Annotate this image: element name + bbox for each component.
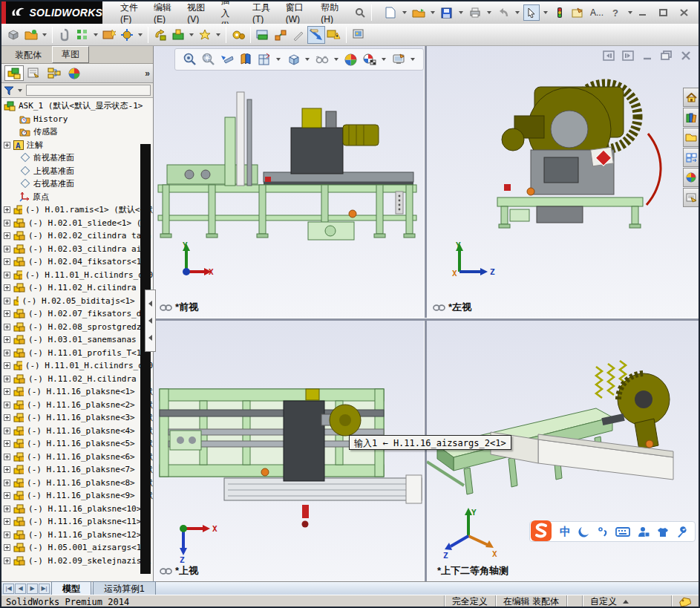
expand-toggle[interactable] bbox=[4, 402, 10, 408]
smart-fasteners-icon[interactable] bbox=[100, 26, 118, 44]
tree-component-row[interactable]: (-) H.02.07_fiksators_d22 bbox=[1, 307, 153, 321]
reference-geometry-icon[interactable] bbox=[196, 26, 214, 44]
status-tag-icon[interactable] bbox=[671, 595, 699, 608]
tab-model[interactable]: 模型 bbox=[51, 581, 91, 596]
viewport-isometric[interactable]: Y X Z *上下二等角轴测 bbox=[427, 321, 699, 581]
expand-toggle[interactable] bbox=[4, 232, 10, 239]
expand-toggle[interactable] bbox=[4, 284, 10, 291]
linear-component-pattern-icon[interactable] bbox=[73, 26, 91, 44]
viewport-horizontal-splitter[interactable] bbox=[154, 318, 699, 321]
tree-component-row[interactable]: (-) H.02.08_sprostgredzen bbox=[1, 321, 153, 334]
select-cursor-icon[interactable] bbox=[523, 4, 540, 21]
tree-component-row[interactable]: (-) H.02.01_sliede<1> (默 bbox=[1, 217, 153, 230]
moon-icon[interactable] bbox=[578, 526, 590, 537]
appearances-icon[interactable] bbox=[683, 168, 699, 187]
expand-toggle[interactable] bbox=[4, 466, 10, 473]
expand-toggle[interactable] bbox=[4, 518, 10, 525]
zoom-to-fit-icon[interactable] bbox=[181, 51, 198, 68]
custom-properties-icon[interactable] bbox=[683, 188, 699, 207]
next-pane-icon[interactable] bbox=[621, 50, 635, 61]
new-document-icon[interactable] bbox=[382, 4, 399, 21]
assembly-features-icon[interactable] bbox=[169, 26, 187, 44]
tree-top-plane-row[interactable]: 上视基准面 bbox=[1, 165, 153, 178]
expand-toggle[interactable] bbox=[4, 272, 10, 278]
open-icon[interactable] bbox=[410, 4, 427, 21]
tree-component-row[interactable]: (-) H.11.01_H.cilindrs_d50 bbox=[1, 269, 153, 282]
tree-component-row[interactable]: (-) H.11.16_plaksne<2> (默 bbox=[1, 399, 153, 412]
pane-overflow-chevron[interactable]: » bbox=[145, 68, 150, 79]
photoview-icon[interactable] bbox=[350, 26, 367, 44]
zoom-to-area-icon[interactable] bbox=[200, 51, 217, 68]
tree-component-row[interactable]: (-) H.11.16_plaksne<10> ( bbox=[1, 503, 153, 516]
tree-component-row[interactable]: (-) H.11.16_plaksne<6> (默 bbox=[1, 451, 153, 464]
tree-component-row[interactable]: (-) H.03.01_sanemsanas si bbox=[1, 333, 153, 347]
insert-component-icon[interactable] bbox=[4, 26, 22, 44]
expand-toggle[interactable] bbox=[4, 246, 10, 252]
keyboard-icon[interactable] bbox=[615, 526, 630, 537]
bill-of-materials-icon[interactable] bbox=[254, 26, 272, 44]
section-view-icon[interactable] bbox=[237, 51, 254, 68]
next-tab-icon[interactable]: ▶ bbox=[27, 584, 38, 594]
tree-component-row[interactable]: (-) H.11.16_plaksne<5> (默 bbox=[1, 437, 153, 451]
configurationmanager-icon[interactable] bbox=[45, 65, 64, 81]
tree-right-plane-row[interactable]: 右视基准面 bbox=[1, 177, 153, 191]
tree-component-row[interactable]: (-) H.11.16_plaksne<3> (默 bbox=[1, 411, 153, 425]
view-orientation-icon[interactable] bbox=[255, 51, 272, 68]
expand-toggle[interactable] bbox=[4, 388, 10, 395]
tree-component-row[interactable]: (-) H.11.16_plaksne<12> ( bbox=[1, 529, 153, 542]
tab-sketch[interactable]: 草图 bbox=[52, 46, 89, 63]
expand-toggle[interactable] bbox=[4, 298, 10, 304]
prev-tab-icon[interactable]: ◀ bbox=[15, 584, 26, 594]
exploded-view-icon[interactable] bbox=[272, 26, 290, 44]
expand-toggle[interactable] bbox=[4, 336, 10, 343]
expand-toggle[interactable] bbox=[4, 220, 10, 226]
tree-annotations-row[interactable]: A 注解 bbox=[1, 139, 153, 152]
rotate-component-icon[interactable] bbox=[151, 26, 169, 44]
displaymanager-icon[interactable] bbox=[65, 65, 84, 81]
expand-toggle[interactable] bbox=[4, 206, 10, 213]
tree-component-row[interactable]: (-) H.01.ramis<1> (默认<<默 bbox=[1, 203, 153, 217]
expand-toggle[interactable] bbox=[4, 362, 10, 369]
close-button[interactable] bbox=[676, 6, 693, 19]
tab-assembly[interactable]: 装配体 bbox=[6, 48, 50, 63]
tab-motion-study[interactable]: 运动算例1 bbox=[93, 581, 156, 596]
sogou-logo-icon[interactable] bbox=[530, 520, 552, 542]
open-folder-icon[interactable] bbox=[22, 26, 40, 44]
user-icon[interactable] bbox=[638, 526, 650, 537]
tree-component-row[interactable]: (-) H.11.16_plaksne<1> (默 bbox=[1, 385, 153, 399]
tree-component-row[interactable]: (-) H.11.01_H.cilindrs_d50 bbox=[1, 359, 153, 373]
tree-component-row[interactable]: (-) H.11.16_plaksne<4> (默 bbox=[1, 425, 153, 438]
previous-view-icon[interactable] bbox=[218, 51, 235, 68]
expand-toggle[interactable] bbox=[4, 558, 10, 564]
viewport-top[interactable]: X Z *上视 bbox=[154, 321, 424, 581]
file-explorer-icon[interactable] bbox=[683, 128, 699, 147]
undo-icon[interactable] bbox=[495, 4, 511, 21]
tree-component-row[interactable]: (-) H.11.16_plaksne<9> (默 bbox=[1, 489, 153, 503]
tree-scrollbar[interactable] bbox=[140, 144, 151, 574]
expand-toggle[interactable] bbox=[4, 258, 10, 265]
previous-pane-icon[interactable] bbox=[602, 50, 615, 61]
help-icon[interactable]: ? bbox=[608, 4, 624, 21]
tree-component-row[interactable]: (-) H.02.02_cilindra tapa bbox=[1, 229, 153, 243]
tree-component-row[interactable]: (-) H.05.001_aizsargs<1> bbox=[1, 541, 153, 555]
view-palette-icon[interactable] bbox=[683, 148, 699, 167]
tree-filter-input[interactable] bbox=[26, 85, 151, 96]
wrench-icon[interactable] bbox=[676, 526, 687, 537]
tree-component-row[interactable]: (-) H.11.16_plaksne<7> (默 bbox=[1, 463, 153, 477]
viewport-front[interactable]: Y X *前视 bbox=[154, 46, 424, 318]
tree-component-row[interactable]: (-) H.02.04_fiksators<1> bbox=[1, 255, 153, 269]
expand-toggle[interactable] bbox=[4, 350, 10, 356]
tree-component-row[interactable]: (-) H.02.09_skelejnazis<1 bbox=[1, 555, 153, 568]
hide-show-items-icon[interactable] bbox=[313, 51, 330, 68]
minimize-doc-icon[interactable] bbox=[641, 50, 654, 61]
toolbar-abbrev-label[interactable]: A... bbox=[587, 7, 606, 18]
tree-history-row[interactable]: History bbox=[1, 113, 153, 126]
last-tab-icon[interactable]: ▶| bbox=[39, 584, 50, 594]
resources-home-icon[interactable] bbox=[683, 88, 699, 107]
tree-component-row[interactable]: (-) H.02.05_biditajs<1> (默 bbox=[1, 295, 153, 308]
punctuation-icon[interactable] bbox=[598, 526, 608, 537]
view-settings-icon[interactable] bbox=[390, 51, 407, 68]
design-library-icon[interactable] bbox=[683, 108, 699, 127]
tree-component-row[interactable]: (-) H.11.02_H.cilindra ka bbox=[1, 373, 153, 386]
tree-component-row[interactable]: (-) H.11.16_plaksne<11> ( bbox=[1, 515, 153, 529]
